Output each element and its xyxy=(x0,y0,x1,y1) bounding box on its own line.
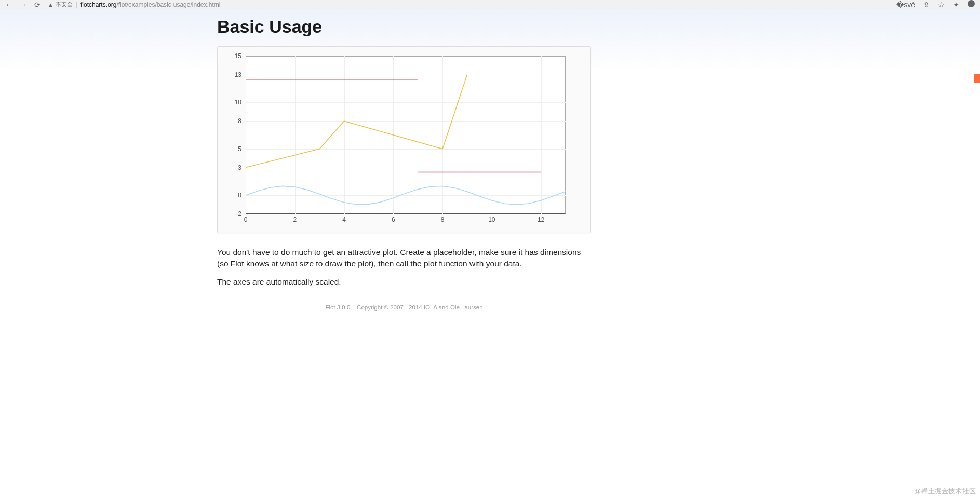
url-path: /flot/examples/basic-usage/index.html xyxy=(116,1,220,8)
profile-icon[interactable] xyxy=(968,0,975,9)
series-d2 xyxy=(246,75,467,168)
chart-container: -20358101315024681012 xyxy=(217,46,591,233)
insecure-badge: ▲ 不安全 xyxy=(48,1,73,8)
url-display[interactable]: ▲ 不安全 | flotcharts.org/flot/examples/bas… xyxy=(48,1,221,8)
page-title: Basic Usage xyxy=(217,17,591,37)
translate-icon[interactable]: �své xyxy=(896,1,915,9)
forward-button[interactable]: → xyxy=(20,1,27,8)
chart-svg xyxy=(226,54,569,225)
url-host: flotcharts.org xyxy=(80,1,116,8)
series-d1 xyxy=(246,186,566,205)
back-button[interactable]: ← xyxy=(5,1,12,8)
side-badge-icon[interactable] xyxy=(974,74,980,83)
footer-text: Flot 3.0.0 – Copyright © 2007 - 2014 IOL… xyxy=(217,304,591,311)
extensions-icon[interactable]: ✦ xyxy=(953,1,959,9)
share-icon[interactable]: ⇪ xyxy=(923,1,930,9)
reload-button[interactable]: ⟳ xyxy=(34,1,41,8)
chart-placeholder[interactable]: -20358101315024681012 xyxy=(226,54,569,225)
watermark-text: @稀土掘金技术社区 xyxy=(914,487,976,496)
warning-icon: ▲ xyxy=(48,2,53,8)
description-paragraph-2: The axes are automatically scaled. xyxy=(217,276,591,288)
description-paragraph-1: You don't have to do much to get an attr… xyxy=(217,247,591,270)
browser-address-bar: ← → ⟳ ▲ 不安全 | flotcharts.org/flot/exampl… xyxy=(0,0,980,9)
insecure-label: 不安全 xyxy=(56,1,73,8)
bookmark-icon[interactable]: ☆ xyxy=(938,1,945,9)
